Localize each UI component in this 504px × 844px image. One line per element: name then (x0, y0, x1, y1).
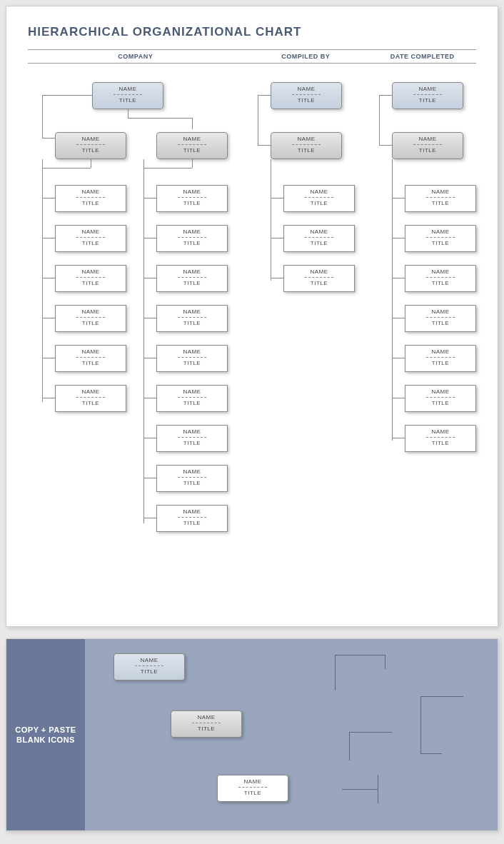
node-divider (76, 144, 105, 145)
header-date-completed[interactable]: DATE COMPLETED (368, 50, 476, 63)
org-node-leaf[interactable]: NAMETITLE (405, 265, 476, 292)
header-company[interactable]: COMPANY (28, 50, 243, 63)
node-title: TITLE (93, 97, 163, 104)
org-node-leaf[interactable]: NAMETITLE (283, 185, 355, 212)
header-compiled-by[interactable]: COMPILED BY (243, 50, 368, 63)
org-node-leaf[interactable]: NAMETITLE (283, 265, 355, 292)
org-node-leaf[interactable]: NAMETITLE (55, 225, 126, 252)
copy-paste-label: COPY + PASTE BLANK ICONS (6, 639, 85, 830)
org-node-leaf[interactable]: NAMETITLE (156, 225, 228, 252)
org-node-leaf[interactable]: NAMETITLE (156, 305, 228, 332)
page-title: HIERARCHICAL ORGANIZATIONAL CHART (28, 25, 476, 39)
node-title: TITLE (56, 147, 126, 154)
node-name: NAME (157, 136, 227, 142)
org-node-leaf[interactable]: NAMETITLE (156, 185, 228, 212)
org-node-top[interactable]: NAME TITLE (92, 82, 163, 109)
node-divider (114, 94, 142, 95)
org-node-manager[interactable]: NAMETITLE (271, 132, 342, 159)
org-node-leaf[interactable]: NAMETITLE (156, 385, 228, 412)
template-page: HIERARCHICAL ORGANIZATIONAL CHART COMPAN… (6, 6, 498, 627)
blank-node-mid[interactable]: NAMETITLE (171, 710, 242, 738)
org-node-leaf[interactable]: NAMETITLE (156, 345, 228, 372)
blank-node-leaf[interactable]: NAMETITLE (217, 775, 288, 802)
org-node-leaf[interactable]: NAMETITLE (405, 345, 476, 372)
node-divider (178, 144, 206, 145)
org-node-leaf[interactable]: NAMETITLE (55, 345, 126, 372)
org-node-manager[interactable]: NAME TITLE (55, 132, 126, 159)
org-node-leaf[interactable]: NAMETITLE (156, 465, 228, 492)
org-chart-area: NAME TITLE NAME TITLE NAME TITLE (28, 69, 476, 605)
node-name: NAME (56, 136, 126, 142)
org-node-leaf[interactable]: NAMETITLE (55, 385, 126, 412)
org-node-leaf[interactable]: NAMETITLE (405, 185, 476, 212)
org-node-leaf[interactable]: NAMETITLE (55, 305, 126, 332)
org-node-leaf[interactable]: NAMETITLE (405, 305, 476, 332)
node-title: TITLE (157, 147, 227, 154)
org-node-leaf[interactable]: NAMETITLE (405, 385, 476, 412)
org-node-leaf[interactable]: NAMETITLE (283, 225, 355, 252)
org-node-leaf[interactable]: NAMETITLE (156, 505, 228, 532)
org-node-leaf[interactable]: NAMETITLE (405, 225, 476, 252)
org-node-leaf[interactable]: NAMETITLE (55, 185, 126, 212)
org-node-manager[interactable]: NAME TITLE (156, 132, 228, 159)
org-node-manager[interactable]: NAMETITLE (392, 132, 463, 159)
org-node-leaf[interactable]: NAMETITLE (156, 265, 228, 292)
org-node-leaf[interactable]: NAMETITLE (405, 425, 476, 452)
header-row: COMPANY COMPILED BY DATE COMPLETED (28, 49, 476, 64)
copy-paste-body: NAMETITLE NAMETITLE NAMETITLE (85, 639, 498, 830)
copy-paste-panel: COPY + PASTE BLANK ICONS NAMETITLE NAMET… (6, 638, 498, 831)
blank-node-top[interactable]: NAMETITLE (114, 653, 185, 680)
org-node-top[interactable]: NAMETITLE (392, 82, 463, 109)
org-node-leaf[interactable]: NAMETITLE (55, 265, 126, 292)
org-node-leaf[interactable]: NAMETITLE (156, 425, 228, 452)
node-name: NAME (93, 86, 163, 92)
org-node-top[interactable]: NAMETITLE (271, 82, 342, 109)
